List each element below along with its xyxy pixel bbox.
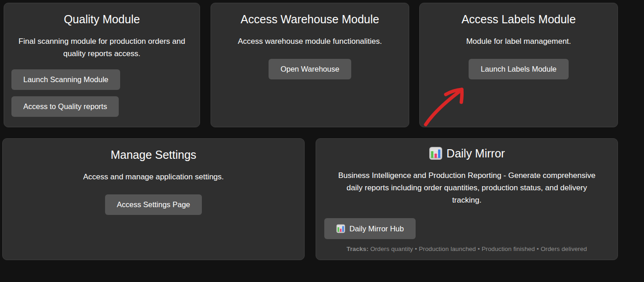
- card-daily-mirror: Daily Mirror Business Intelligence and P…: [316, 138, 618, 260]
- warehouse-module-description: Access warehouse module functionalities.: [218, 35, 401, 47]
- access-quality-reports-button[interactable]: Access to Quality reports: [11, 96, 119, 117]
- bar-chart-emoji-icon: [336, 224, 345, 233]
- manage-settings-title: Manage Settings: [10, 148, 297, 162]
- card-manage-settings: Manage Settings Access and manage applic…: [2, 138, 305, 260]
- modules-dashboard: Quality Module Final scanning module for…: [0, 0, 644, 282]
- access-settings-page-button[interactable]: Access Settings Page: [105, 194, 202, 215]
- daily-mirror-hub-button-label: Daily Mirror Hub: [349, 225, 404, 233]
- quality-module-buttons: Launch Scanning Module Access to Quality…: [11, 69, 192, 117]
- warehouse-module-title: Access Warehouse Module: [218, 12, 401, 26]
- card-quality-module: Quality Module Final scanning module for…: [4, 3, 200, 127]
- quality-module-title: Quality Module: [11, 12, 192, 26]
- labels-module-title: Access Labels Module: [427, 12, 610, 26]
- daily-mirror-description: Business Intelligence and Production Rep…: [323, 169, 610, 206]
- daily-mirror-hub-button[interactable]: Daily Mirror Hub: [324, 218, 416, 239]
- daily-mirror-title-row: Daily Mirror: [323, 146, 610, 160]
- launch-labels-module-button[interactable]: Launch Labels Module: [469, 59, 568, 79]
- labels-module-description: Module for label management.: [427, 35, 610, 47]
- daily-mirror-button-row: Daily Mirror Hub: [323, 218, 610, 239]
- tracks-items: Orders quantity • Production launched • …: [370, 245, 587, 252]
- quality-module-description: Final scanning module for production ord…: [11, 35, 192, 60]
- daily-mirror-title: Daily Mirror: [447, 146, 505, 160]
- bar-chart-emoji-icon: [429, 146, 443, 160]
- card-labels-module: Access Labels Module Module for label ma…: [419, 3, 618, 127]
- open-warehouse-button[interactable]: Open Warehouse: [269, 59, 351, 79]
- daily-mirror-tracks-line: Tracks: Orders quantity • Production lau…: [323, 245, 610, 252]
- launch-scanning-module-button[interactable]: Launch Scanning Module: [11, 69, 120, 90]
- card-warehouse-module: Access Warehouse Module Access warehouse…: [211, 3, 409, 127]
- manage-settings-description: Access and manage application settings.: [10, 171, 297, 183]
- tracks-label: Tracks:: [347, 245, 369, 252]
